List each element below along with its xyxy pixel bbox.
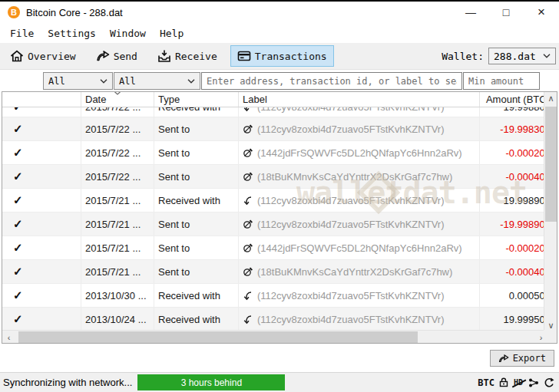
menu-item-help[interactable]: Help [153,25,190,41]
confirmed-check-icon: ✓ [13,170,23,183]
column-header-label[interactable]: Label [239,92,480,107]
date-cell: 2015/7/21 ... [81,236,154,259]
confirmed-check-icon: ✓ [13,122,23,136]
sort-descending-icon [114,91,121,95]
no-label-sent-icon [243,172,253,182]
tab-send[interactable]: Send [89,45,144,67]
confirmed-check-icon: ✓ [13,193,23,207]
received-address-icon [243,196,253,206]
date-filter-dropdown[interactable]: All [43,72,113,90]
menu-bar: FileSettingsWindowHelp [0,23,559,43]
amount-cell: -0.000200 [480,141,545,164]
title-bar: B Bitcoin Core - 288.dat — □ × [0,2,559,23]
date-cell: 2013/10/30 ... [81,284,154,307]
address-text: (1442jdFrSQWVFc5DL2hQNfapYc6Hnn2aRv) [257,147,462,159]
label-cell: (112cyv8zoxbi4d7zuavo5FTstKvhKZNTVr) [239,308,480,331]
scroll-up-icon[interactable]: ∧ [544,92,557,104]
label-cell: (1442jdFrSQWVFc5DL2hQNfapYc6Hnn2aRv) [239,236,480,259]
menu-item-window[interactable]: Window [103,25,153,41]
horizontal-scrollbar[interactable]: ‹ › [2,330,547,343]
tab-receive[interactable]: Receive [150,45,224,67]
vertical-scrollbar[interactable]: ∧ ∨ [544,92,557,331]
column-header-type[interactable]: Type [154,92,239,107]
amount-cell: -19.998900 [480,212,545,236]
maximize-button[interactable]: □ [488,2,524,23]
tab-label: Receive [175,51,217,62]
wallet-value: 288.dat [494,51,536,62]
status-cell: ✓ [2,117,81,140]
received-address-icon [243,107,253,112]
column-header-date[interactable]: Date [81,92,154,107]
table-row[interactable]: ✓2015/7/21 ...Sent to(112cyv8zoxbi4d7zua… [2,212,545,236]
status-cell: ✓ [2,107,81,117]
table-row[interactable]: ✓2015/7/22 ...Received with(112cyv8zoxbi… [2,107,545,117]
table-row[interactable]: ✓2015/7/22 ...Sent to(1442jdFrSQWVFc5DL2… [2,141,545,165]
status-cell: ✓ [2,236,81,259]
address-text: (112cyv8zoxbi4d7zuavo5FTstKvhKZNTVr) [257,124,444,135]
tab-transactions[interactable]: Transactions [230,45,334,67]
minimize-button[interactable]: — [453,2,488,23]
date-cell: 2015/7/21 ... [81,189,154,212]
bitcoin-logo-icon: B [8,6,20,18]
tab-overview[interactable]: Overview [3,45,83,67]
amount-cell: -0.000400 [480,165,545,188]
sync-spinner-icon [544,377,554,388]
status-cell: ✓ [2,260,81,283]
label-cell: (1442jdFrSQWVFc5DL2hQNfapYc6Hnn2aRv) [239,141,480,164]
column-header-status[interactable] [2,92,81,107]
amount-cell: 19.999500 [480,308,545,331]
confirmed-check-icon: ✓ [13,217,23,231]
status-indicators: BTC HD [478,377,554,388]
type-cell: Sent to [154,165,239,188]
date-cell: 2015/7/22 ... [81,107,154,117]
date-cell: 2015/7/22 ... [81,117,154,140]
amount-cell: 19.998800 [480,107,545,117]
date-cell: 2015/7/22 ... [81,141,154,164]
address-text: (112cyv8zoxbi4d7zuavo5FTstKvhKZNTVr) [257,314,444,325]
type-cell: Sent to [154,260,239,283]
horizontal-scroll-thumb[interactable] [18,331,418,343]
label-cell: (18tBuKMnvKsCaYdYnttrX2DsKrGaf7c7hw) [239,165,480,188]
received-address-icon [243,291,253,301]
close-button[interactable]: × [524,2,559,23]
confirmed-check-icon: ✓ [13,146,23,160]
filter-bar: All All [43,72,557,90]
table-row[interactable]: ✓2013/10/24 ...Received with(112cyv8zoxb… [2,308,545,331]
toolbar-tabs: OverviewSendReceiveTransactions [3,45,340,67]
chevron-down-icon [187,79,195,84]
export-label: Export [513,353,546,364]
table-row[interactable]: ✓2015/7/21 ...Received with(112cyv8zoxbi… [2,189,545,212]
type-cell: Received with [154,189,239,212]
wallet-select[interactable]: 288.dat [488,48,556,64]
transactions-icon [237,49,251,63]
search-input[interactable] [201,72,462,90]
date-cell: 2015/7/21 ... [81,212,154,236]
export-button[interactable]: Export [490,350,554,367]
address-text: (112cyv8zoxbi4d7zuavo5FTstKvhKZNTVr) [257,195,444,206]
table-row[interactable]: ✓2015/7/22 ...Sent to(18tBuKMnvKsCaYdYnt… [2,165,545,189]
table-row[interactable]: ✓2015/7/22 ...Sent to(112cyv8zoxbi4d7zua… [2,117,545,141]
column-header-amount[interactable]: Amount (BTC) [480,92,545,107]
network-connections-icon [528,377,539,388]
menu-item-file[interactable]: File [3,25,41,41]
confirmed-check-icon: ✓ [13,288,23,302]
scroll-left-icon[interactable]: ‹ [2,331,15,344]
label-cell: (112cyv8zoxbi4d7zuavo5FTstKvhKZNTVr) [239,117,480,140]
send-icon [96,49,110,63]
table-row[interactable]: ✓2013/10/30 ...Received with(112cyv8zoxb… [2,284,545,308]
export-row: Export [0,344,559,372]
menu-item-settings[interactable]: Settings [41,25,103,41]
amount-cell: 19.998900 [480,189,545,212]
table-row[interactable]: ✓2015/7/21 ...Sent to(18tBuKMnvKsCaYdYnt… [2,260,545,284]
table-row[interactable]: ✓2015/7/21 ...Sent to(1442jdFrSQWVFc5DL2… [2,236,545,260]
status-cell: ✓ [2,284,81,307]
status-cell: ✓ [2,212,81,236]
vertical-scroll-thumb[interactable] [545,107,557,222]
date-cell: 2013/10/24 ... [81,308,154,331]
min-amount-input[interactable] [463,72,540,90]
status-cell: ✓ [2,165,81,188]
type-filter-dropdown[interactable]: All [114,72,200,90]
hd-disabled-icon: HD [513,378,524,387]
transaction-rows: ✓2015/7/22 ...Received with(112cyv8zoxbi… [2,107,545,331]
no-label-sent-icon [243,219,253,229]
